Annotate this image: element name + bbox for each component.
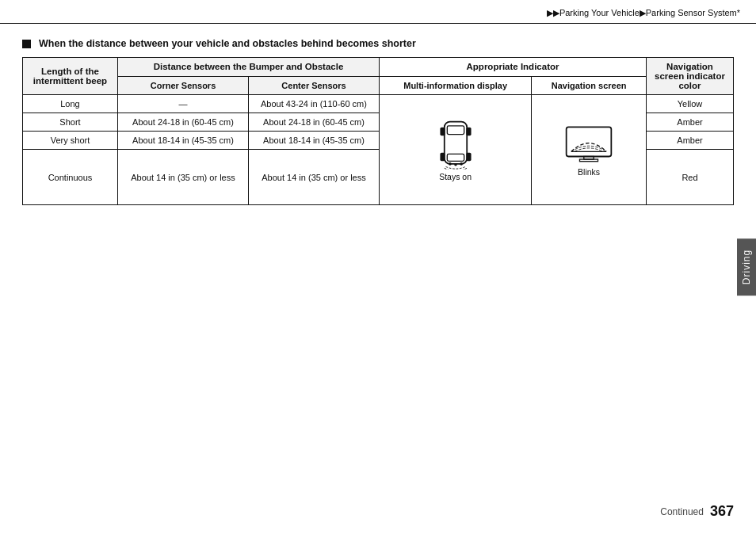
corner-vshort: About 18-14 in (45-35 cm) — [118, 132, 249, 150]
sidebar-driving: Driving — [737, 238, 756, 296]
blinks-label: Blinks — [578, 167, 600, 177]
page-number: 367 — [710, 503, 734, 520]
stays-on-label: Stays on — [439, 172, 472, 181]
nav-screen-container: Blinks — [532, 120, 646, 180]
svg-point-7 — [449, 162, 452, 166]
svg-rect-0 — [444, 121, 466, 163]
section-title: When the distance between your vehicle a… — [22, 38, 734, 49]
svg-rect-3 — [440, 127, 445, 135]
car-icon — [437, 119, 475, 170]
svg-rect-5 — [440, 152, 445, 161]
corner-continuous: About 14 in (35 cm) or less — [118, 150, 249, 205]
corner-short: About 24-18 in (60-45 cm) — [118, 113, 249, 132]
svg-rect-6 — [466, 152, 471, 161]
col-distance-header: Distance between the Bumper and Obstacle — [118, 58, 380, 77]
svg-rect-4 — [466, 127, 471, 135]
col-beep-header: Length of the intermittent beep — [23, 58, 118, 95]
footer: Continued 367 — [660, 503, 734, 520]
beep-continuous: Continuous — [23, 150, 118, 205]
svg-point-9 — [460, 162, 463, 166]
svg-rect-1 — [447, 125, 464, 134]
beep-vshort: Very short — [23, 132, 118, 150]
svg-rect-2 — [447, 154, 464, 161]
svg-rect-13 — [580, 159, 598, 162]
corner-long: — — [118, 95, 249, 113]
beep-short: Short — [23, 113, 118, 132]
svg-point-8 — [454, 163, 457, 166]
center-long: About 43-24 in (110-60 cm) — [249, 95, 380, 113]
car-icon-container: Stays on — [380, 116, 531, 185]
beep-long: Long — [23, 95, 118, 113]
nav-color-vshort: Amber — [647, 132, 734, 150]
nav-color-short: Amber — [647, 113, 734, 132]
continued-label: Continued — [660, 506, 704, 517]
col-corner-header: Corner Sensors — [118, 76, 249, 95]
center-continuous: About 14 in (35 cm) or less — [249, 150, 380, 205]
header-breadcrumb: ▶▶Parking Your Vehicle▶Parking Sensor Sy… — [547, 8, 740, 18]
col-center-header: Center Sensors — [249, 76, 380, 95]
col-nav-screen-header: Navigation screen — [532, 76, 647, 95]
nav-color-long: Yellow — [647, 95, 734, 113]
nav-color-continuous: Red — [647, 150, 734, 205]
table-row: Long — About 43-24 in (110-60 cm) — [23, 95, 734, 113]
nav-screen-cell: Blinks — [532, 95, 647, 205]
col-indicator-header: Appropriate Indicator — [380, 58, 647, 77]
col-nav-color-header: Navigation screen indicator color — [647, 58, 734, 95]
main-content: When the distance between your vehicle a… — [0, 24, 756, 213]
section-bullet — [22, 40, 31, 48]
center-short: About 24-18 in (60-45 cm) — [249, 113, 380, 132]
center-vshort: About 18-14 in (45-35 cm) — [249, 132, 380, 150]
distance-table: Length of the intermittent beep Distance… — [22, 57, 734, 205]
col-multi-info-header: Multi-information display — [380, 76, 532, 95]
page-header: ▶▶Parking Your Vehicle▶Parking Sensor Sy… — [0, 0, 756, 24]
nav-screen-icon — [564, 124, 613, 165]
multi-info-display-cell: Stays on — [380, 95, 532, 205]
